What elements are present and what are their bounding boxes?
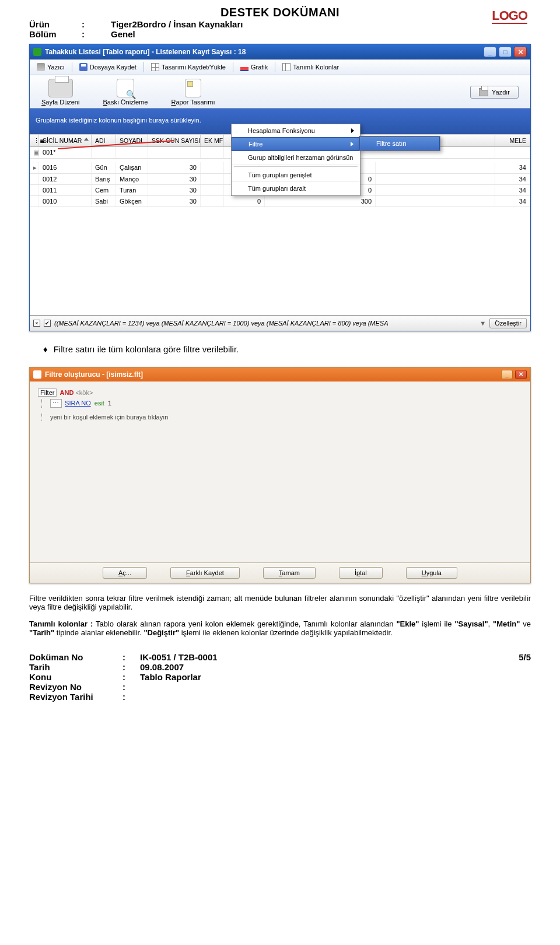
maximize-button[interactable]: □: [499, 47, 512, 57]
toolbar-chart[interactable]: Grafik: [237, 62, 271, 72]
window-title: Tahakkuk Listesi [Tablo raporu] - Listel…: [45, 48, 246, 56]
toolbar-save-file[interactable]: Dosyaya Kaydet: [76, 62, 140, 72]
meta-bolum-label: Bölüm: [29, 29, 82, 39]
row-selector-header[interactable]: ⋮≣: [30, 135, 39, 146]
footer-topic-value: Tablo Raporlar: [140, 672, 201, 682]
meta-urun-label: Ürün: [29, 19, 82, 29]
filter-root-box[interactable]: Filter: [38, 388, 57, 397]
printer-large-icon: [48, 79, 73, 97]
chart-icon: [240, 63, 249, 71]
footer-date-value: 09.08.2007: [140, 662, 184, 672]
btn-open[interactable]: Aç...: [103, 567, 147, 579]
toolbar-columns[interactable]: Tanımlı Kolonlar: [279, 62, 342, 72]
toolbar-primary: Yazıcı Dosyaya Kaydet Tasarımı Kaydet/Yü…: [30, 60, 530, 75]
filter-operator[interactable]: esit: [94, 400, 104, 407]
ctx-group-footer[interactable]: Gurup altbilgileri herzaman görünsün: [232, 151, 360, 164]
filter-close-icon[interactable]: ×: [33, 320, 40, 327]
window-filter-builder: Filtre oluşturucu - [isimsiz.flt] _ ✕ Fi…: [29, 367, 531, 583]
titlebar[interactable]: Tahakkuk Listesi [Tablo raporu] - Listel…: [30, 44, 530, 60]
doc-title: DESTEK DOKÜMANI: [29, 6, 531, 19]
btn-apply[interactable]: Uygula: [406, 567, 457, 579]
close-button[interactable]: ✕: [514, 47, 527, 57]
filter-node-btn[interactable]: ⋯: [50, 399, 62, 408]
filter-button-row: Aç... Farklı Kaydet Tamam İptal Uygula: [30, 562, 530, 583]
doc-footer: Doküman No : IK-0051 / T2B-0001 5/5 Tari…: [29, 652, 531, 702]
filter-tree[interactable]: Filter AND <kök> ⋯ SIRA NO esit 1 yeni b…: [30, 382, 530, 562]
toolbar-secondary: Sayfa Düzeni Baskı Önizleme Rapor Tasarı…: [30, 75, 530, 108]
sort-asc-icon: [84, 138, 89, 141]
app-icon: [33, 48, 41, 56]
filter-expression: ((MESAİ KAZANÇLARI = 1234) veya (MESAİ K…: [54, 320, 476, 327]
col-mele[interactable]: MELE: [495, 135, 530, 146]
toolbar-printer[interactable]: Yazıcı: [33, 62, 68, 72]
ctx-expand-all[interactable]: Tüm gurupları genişlet: [232, 169, 360, 182]
btn-cancel[interactable]: İptal: [339, 567, 383, 579]
btn-report-design[interactable]: Rapor Tasarımı: [171, 79, 215, 106]
footer-topic-label: Konu: [29, 672, 123, 682]
paragraph-filter-edit: Filtre verildikten sonra tekrar filtre v…: [29, 594, 531, 611]
col-sicil[interactable]: SİCİL NUMAR: [39, 135, 92, 146]
meta-urun-value: Tiger2Bordro / İnsan Kaynakları: [111, 19, 243, 29]
paragraph-tanimli-kolonlar: Tanımlı kolonlar : Tablo olarak alınan r…: [29, 620, 531, 637]
btn-customize-filter[interactable]: Özelleştir: [489, 318, 527, 328]
printer-icon: [37, 63, 45, 71]
footer-date-label: Tarih: [29, 662, 123, 672]
bullet-filter-row: ♦Filtre satırı ile tüm kolonlara göre fi…: [29, 343, 531, 356]
footer-revdate-label: Revizyon Tarihi: [29, 692, 123, 702]
design-icon: [185, 79, 201, 97]
filter-root: <kök>: [75, 389, 93, 396]
context-submenu: Filtre satırı: [359, 136, 440, 151]
status-filter-bar: × ✔ ((MESAİ KAZANÇLARI = 1234) veya (MES…: [30, 315, 530, 331]
window-title-filter: Filtre oluşturucu - [isimsiz.flt]: [45, 370, 143, 379]
table-row[interactable]: 0010 Sabi Gökçen 30 0300 34: [30, 196, 530, 207]
print-small-icon: [479, 88, 488, 96]
footer-docno-label: Doküman No: [29, 652, 123, 662]
filter-and[interactable]: AND: [60, 389, 74, 396]
grid-icon: [151, 63, 159, 71]
meta-bolum-value: Genel: [111, 29, 135, 39]
col-ssk[interactable]: SSK GÜN SAYISI: [148, 135, 201, 146]
filter-field[interactable]: SIRA NO: [65, 400, 91, 407]
titlebar-filter[interactable]: Filtre oluşturucu - [isimsiz.flt] _ ✕: [30, 368, 530, 382]
context-menu: Hesaplama Fonksiyonu Filtre Gurup altbil…: [231, 124, 360, 196]
toolbar-design-saveload[interactable]: Tasarımı Kaydet/Yükle: [148, 62, 229, 72]
btn-save-as[interactable]: Farklı Kaydet: [170, 567, 240, 579]
btn-print-preview[interactable]: Baskı Önizleme: [103, 79, 148, 106]
disk-icon: [79, 63, 88, 71]
footer-page: 5/5: [519, 652, 531, 662]
brand-logo: LOGO: [488, 7, 531, 24]
window-report-grid: Tahakkuk Listesi [Tablo raporu] - Listel…: [29, 44, 531, 331]
doc-header: DESTEK DOKÜMANI Ürün : Tiger2Bordro / İn…: [29, 6, 531, 39]
ctx-collapse-all[interactable]: Tüm gurupları daralt: [232, 182, 360, 195]
minimize-button[interactable]: _: [501, 370, 513, 379]
btn-page-layout[interactable]: Sayfa Düzeni: [41, 79, 79, 106]
col-ek[interactable]: EK MF: [201, 135, 224, 146]
ctx-filter[interactable]: Filtre: [232, 137, 360, 151]
footer-docno-value: IK-0051 / T2B-0001: [140, 652, 218, 662]
ctx-calc-function[interactable]: Hesaplama Fonksiyonu: [232, 124, 360, 138]
minimize-button[interactable]: _: [484, 47, 496, 57]
btn-ok[interactable]: Tamam: [263, 567, 316, 579]
close-button[interactable]: ✕: [515, 370, 527, 379]
preview-icon: [117, 79, 134, 97]
footer-revno-label: Revizyon No: [29, 682, 123, 692]
ctx-filter-row[interactable]: Filtre satırı: [359, 136, 440, 150]
filter-enable-checkbox[interactable]: ✔: [44, 320, 51, 327]
chevron-right-icon: [351, 128, 354, 133]
chevron-right-icon: [351, 142, 354, 146]
filter-value[interactable]: 1: [108, 400, 111, 407]
filter-add-hint[interactable]: yeni bir koşul eklemek için buraya tıkla…: [50, 414, 168, 421]
data-grid: ⋮≣ SİCİL NUMAR ADI SOYADI SSK GÜN SAYISI…: [30, 134, 530, 315]
btn-print[interactable]: Yazdır: [470, 86, 519, 99]
columns-icon: [282, 63, 290, 71]
menu-separator: [234, 166, 358, 167]
app-icon: [33, 370, 41, 379]
